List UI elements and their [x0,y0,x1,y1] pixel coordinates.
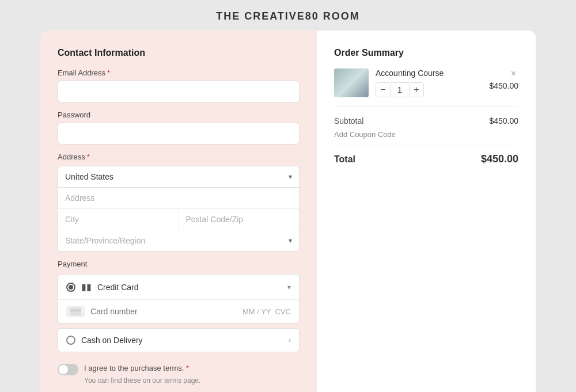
terms-sub-text: You can find these on our terms page. [84,375,200,386]
cash-label-row: Cash on Delivery › [81,336,291,345]
country-select-wrapper: United States Canada United Kingdom ▾ [58,166,300,188]
coupon-row: Add Coupon Code [334,130,518,139]
subtotal-row: Subtotal $450.00 [334,116,518,125]
credit-card-chevron-icon: ▾ [287,283,291,291]
card-number-row: MM / YY CVC [58,299,299,323]
credit-card-radio[interactable] [66,283,75,292]
total-divider [334,146,518,146]
address-fields: State/Province/Region ▾ [58,188,300,252]
city-input[interactable] [58,209,179,230]
order-item-row: Accounting Course − 1 + × $450.00 [334,68,518,107]
remove-item-button[interactable]: × [509,68,518,79]
cash-on-delivery-option: Cash on Delivery › [58,328,300,352]
cash-radio[interactable] [66,336,75,345]
quantity-control: − 1 + [376,82,482,97]
state-select-wrapper: State/Province/Region ▾ [58,230,299,251]
coupon-link[interactable]: Add Coupon Code [334,130,396,139]
card-brand-icon [66,306,85,317]
city-postal-row [58,209,299,230]
quantity-value: 1 [391,82,409,97]
email-input[interactable] [58,81,300,102]
terms-text: I agree to the purchase terms. * [84,363,200,374]
state-select[interactable]: State/Province/Region [58,230,299,251]
order-item-details: Accounting Course − 1 + [376,68,482,97]
card-number-input[interactable] [90,307,237,316]
card-expiry-cvc: MM / YY CVC [242,307,291,316]
total-row: Total $450.00 [334,153,518,165]
order-item-name: Accounting Course [376,68,482,78]
credit-card-header[interactable]: ▮▮ Credit Card ▾ [58,275,299,299]
payment-label: Payment [58,260,300,268]
right-panel: Order Summary Accounting Course − 1 + × … [317,31,536,392]
order-item-image-inner [334,68,369,97]
terms-toggle[interactable] [58,364,78,375]
svg-rect-1 [70,310,81,311]
country-select[interactable]: United States Canada United Kingdom [58,166,299,187]
email-label: Email Address * [58,68,300,77]
address-line-input[interactable] [58,188,299,209]
address-label: Address * [58,153,300,161]
main-container: Contact Information Email Address * Pass… [40,31,536,392]
quantity-decrease-button[interactable]: − [376,82,391,97]
cash-chevron-icon: › [289,336,291,344]
subtotal-label: Subtotal [334,116,363,125]
credit-card-icon: ▮▮ [81,281,92,292]
order-summary-title: Order Summary [334,48,518,58]
terms-required-star: * [186,364,189,372]
total-value: $450.00 [481,153,518,165]
credit-card-label: Credit Card [97,283,139,292]
password-input[interactable] [58,123,300,144]
order-item-image [334,68,369,97]
credit-card-label-row: Credit Card ▾ [97,283,291,292]
total-label: Total [334,154,355,165]
radio-dot [69,285,73,290]
order-item-price: $450.00 [489,81,518,90]
cash-label: Cash on Delivery [81,336,143,345]
cash-option-header[interactable]: Cash on Delivery › [58,329,299,352]
postal-input[interactable] [179,209,300,230]
email-required-star: * [107,68,110,77]
page-title: THE CREATIVE80 ROOM [216,0,360,31]
address-required-star: * [87,153,90,161]
password-label: Password [58,111,300,119]
terms-text-block: I agree to the purchase terms. * You can… [84,363,200,386]
terms-toggle-container: I agree to the purchase terms. * You can… [58,363,300,386]
contact-section-title: Contact Information [58,48,300,58]
subtotal-value: $450.00 [489,116,518,125]
address-section: Address * United States Canada United Ki… [58,153,300,252]
left-panel: Contact Information Email Address * Pass… [40,31,317,392]
order-item-price-remove: × $450.00 [489,68,518,90]
quantity-increase-button[interactable]: + [409,82,424,97]
credit-card-option: ▮▮ Credit Card ▾ MM / YY CVC [58,274,300,324]
